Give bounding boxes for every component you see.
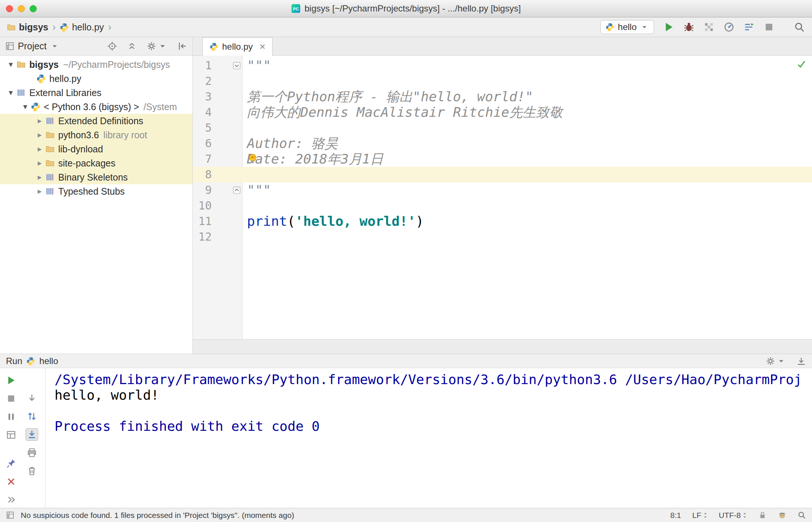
tree-item-bigsys-root[interactable]: ▾bigsys~/PycharmProjects/bigsys [0,57,192,72]
inspections-ok-icon[interactable] [796,59,806,69]
code-line-10[interactable]: 10 [193,198,812,214]
gutter-cell: 6 [193,136,242,151]
collapsed-toggle-icon[interactable]: ▸ [34,172,45,182]
code-line-8[interactable]: 8 [193,167,812,182]
code-text: Date: 2018年3月1日 [242,151,812,167]
titlebar[interactable]: PC bigsys [~/PycharmProjects/bigsys] - .… [0,0,812,17]
locate-file-button[interactable] [107,41,117,51]
gutter-cell: 11 [193,214,242,229]
bulb-icon[interactable] [247,153,259,165]
collapse-all-button[interactable] [127,41,137,51]
profiler-button[interactable] [723,21,735,33]
toolwindow-toggle-icon[interactable] [6,511,14,519]
coverage-button[interactable] [703,21,715,33]
gutter-cell: 9 [193,182,242,198]
tree-item-typeshed-stubs[interactable]: ▸Typeshed Stubs [0,184,192,198]
gutter-cell: 7 [193,151,242,167]
run-settings-button[interactable] [766,356,786,366]
tree-item-python-3-6[interactable]: ▾< Python 3.6 (bigsys) >/System [0,100,192,114]
zoom-window-button[interactable] [30,5,37,12]
fold-end-icon[interactable] [232,186,241,195]
pin-tab-button[interactable] [5,457,17,470]
run-panel-header[interactable]: Run hello [0,354,812,368]
close-run-tab-button[interactable] [5,475,17,488]
console-line: hello, world! [55,387,812,403]
minimize-window-button[interactable] [18,5,25,12]
search-icon[interactable] [798,511,806,519]
debug-button[interactable] [683,21,695,33]
pycharm-window: PC bigsys [~/PycharmProjects/bigsys] - .… [0,0,812,522]
breadcrumb-item-hello-py[interactable]: hello.py [60,22,104,33]
gutter-cell: 12 [193,229,242,245]
print-console-button[interactable] [26,446,38,459]
code-line-2[interactable]: 2 [193,73,812,89]
code-line-11[interactable]: 11print('hello, world!') [193,214,812,229]
lock-icon[interactable] [758,511,767,519]
gutter-cell: 5 [193,120,242,136]
soft-wrap-button[interactable] [26,410,38,423]
code-line-6[interactable]: 6Author: 骆昊 [193,136,812,151]
code-line-5[interactable]: 5 [193,120,812,136]
run-configuration-select[interactable]: hello [600,20,654,34]
console-line: /System/Library/Frameworks/Python.framew… [55,372,812,387]
close-tab-icon[interactable]: × [260,42,265,52]
caret-position-widget[interactable]: 8:1 [670,511,681,520]
rerun-button[interactable] [5,374,17,387]
collapsed-toggle-icon[interactable]: ▸ [34,116,45,126]
collapsed-toggle-icon[interactable]: ▸ [34,158,45,168]
panel-settings-button[interactable] [146,41,168,51]
restore-layout-button[interactable] [5,429,17,441]
hide-panel-button[interactable] [177,41,187,51]
project-panel-header[interactable]: Project [0,37,192,56]
search-everywhere-button[interactable] [793,21,805,33]
chevron-down-icon[interactable] [50,42,59,51]
code-line-3[interactable]: 3第一个Python程序 - 输出"hello, world!" [193,89,812,105]
scroll-to-end-button[interactable] [26,428,38,441]
gear-icon [146,41,156,51]
tree-item-site-packages[interactable]: ▸site-packages [0,156,192,170]
collapsed-toggle-icon[interactable]: ▸ [34,130,45,140]
close-window-button[interactable] [6,5,13,12]
expanded-toggle-icon[interactable]: ▾ [20,102,31,112]
breadcrumb-item-bigsys[interactable]: bigsys [7,22,48,33]
tab-hello-py[interactable]: hello.py × [202,37,273,56]
fold-start-icon[interactable] [232,62,241,70]
more-options-button[interactable] [5,493,17,506]
gutter-cell: 4 [193,105,242,120]
code-segment: 向伟大的Dennis MacAlistair Ritchie先生致敬 [247,105,563,120]
clear-all-button[interactable] [26,465,38,477]
tree-item-lib-dynload[interactable]: ▸lib-dynload [0,142,192,156]
code-line-1[interactable]: 1""" [193,58,812,73]
hide-run-panel-button[interactable] [796,356,806,366]
code-line-4[interactable]: 4向伟大的Dennis MacAlistair Ritchie先生致敬 [193,105,812,120]
expanded-toggle-icon[interactable]: ▾ [5,88,16,98]
code-editor[interactable]: 1"""23第一个Python程序 - 输出"hello, world!"4向伟… [193,56,812,339]
stop-run-button[interactable] [5,392,17,405]
concurrency-button[interactable] [743,21,755,33]
run-button[interactable] [663,21,675,33]
tree-item-extended-definitions[interactable]: ▸Extended Definitions [0,114,192,128]
hector-inspector-icon[interactable] [778,511,786,519]
tree-item-binary-skeletons[interactable]: ▸Binary Skeletons [0,170,192,184]
tree-item-hello-py[interactable]: hello.py [0,72,192,86]
encoding-widget[interactable]: UTF-8 [719,511,747,520]
tree-item-external-libraries[interactable]: ▾External Libraries [0,86,192,100]
collapsed-toggle-icon[interactable]: ▸ [34,144,45,154]
editor-scrollbar-strip[interactable] [193,339,812,354]
down-the-stack-button[interactable] [26,392,38,404]
target-icon [107,41,117,51]
printer-icon [27,447,37,458]
console-output[interactable]: /System/Library/Frameworks/Python.framew… [46,368,812,508]
line-number: 7 [205,152,212,165]
stop-button[interactable] [763,21,775,33]
tree-item-python3-6-library-root[interactable]: ▸python3.6library root [0,128,192,142]
library-icon [16,88,26,98]
line-separator-widget[interactable]: LF [692,511,708,520]
line-number: 1 [205,59,212,72]
code-line-9[interactable]: 9""" [193,182,812,198]
pause-output-button[interactable] [5,410,17,423]
expanded-toggle-icon[interactable]: ▾ [5,60,16,69]
code-line-12[interactable]: 12 [193,229,812,245]
collapsed-toggle-icon[interactable]: ▸ [34,186,45,196]
code-line-7[interactable]: 7Date: 2018年3月1日 [193,151,812,167]
